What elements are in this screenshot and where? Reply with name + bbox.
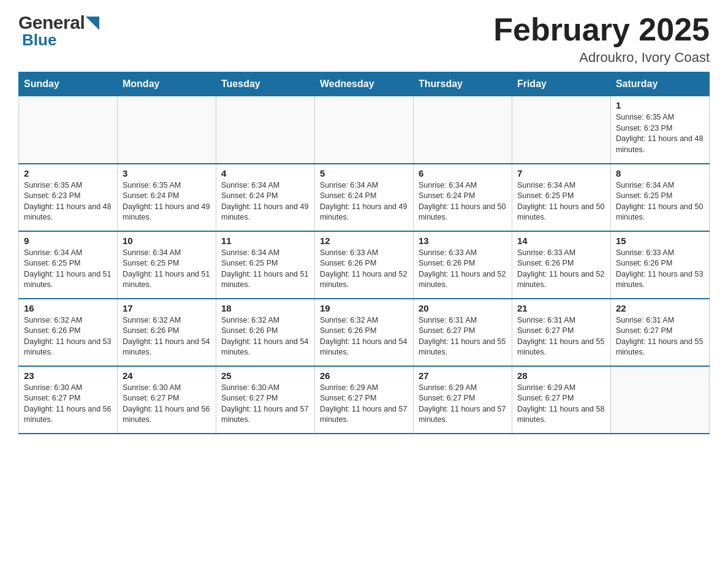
day-info: Sunrise: 6:33 AMSunset: 6:26 PMDaylight:… (320, 248, 408, 291)
week-row-3: 9Sunrise: 6:34 AMSunset: 6:25 PMDaylight… (19, 231, 710, 299)
day-number: 23 (24, 370, 112, 381)
calendar-cell (314, 96, 413, 164)
calendar-cell: 6Sunrise: 6:34 AMSunset: 6:24 PMDaylight… (413, 164, 512, 231)
calendar-cell (117, 96, 216, 164)
day-number: 22 (616, 303, 704, 313)
weekday-friday: Friday (512, 72, 610, 96)
day-info: Sunrise: 6:33 AMSunset: 6:26 PMDaylight:… (616, 248, 704, 291)
calendar-cell: 19Sunrise: 6:32 AMSunset: 6:26 PMDayligh… (314, 299, 413, 366)
day-number: 11 (221, 236, 309, 246)
weekday-monday: Monday (117, 72, 216, 96)
day-number: 8 (616, 168, 704, 178)
day-info: Sunrise: 6:32 AMSunset: 6:26 PMDaylight:… (24, 315, 112, 358)
day-number: 9 (24, 236, 112, 246)
day-number: 6 (419, 168, 507, 178)
calendar-cell: 8Sunrise: 6:34 AMSunset: 6:25 PMDaylight… (610, 164, 709, 231)
day-info: Sunrise: 6:32 AMSunset: 6:26 PMDaylight:… (123, 315, 211, 358)
day-info: Sunrise: 6:35 AMSunset: 6:23 PMDaylight:… (616, 112, 704, 155)
calendar-subtitle: Adroukro, Ivory Coast (493, 50, 710, 66)
calendar-title-area: February 2025 Adroukro, Ivory Coast (493, 12, 710, 66)
day-number: 15 (616, 236, 704, 246)
calendar-table: SundayMondayTuesdayWednesdayThursdayFrid… (18, 72, 710, 434)
day-info: Sunrise: 6:33 AMSunset: 6:26 PMDaylight:… (419, 248, 507, 291)
calendar-cell: 17Sunrise: 6:32 AMSunset: 6:26 PMDayligh… (117, 299, 216, 366)
day-number: 7 (517, 168, 605, 178)
day-info: Sunrise: 6:34 AMSunset: 6:25 PMDaylight:… (517, 180, 605, 223)
day-info: Sunrise: 6:32 AMSunset: 6:26 PMDaylight:… (221, 315, 309, 358)
calendar-cell: 18Sunrise: 6:32 AMSunset: 6:26 PMDayligh… (216, 299, 314, 366)
calendar-cell: 4Sunrise: 6:34 AMSunset: 6:24 PMDaylight… (216, 164, 314, 231)
day-info: Sunrise: 6:34 AMSunset: 6:25 PMDaylight:… (123, 248, 211, 291)
day-number: 16 (24, 303, 112, 313)
calendar-cell: 20Sunrise: 6:31 AMSunset: 6:27 PMDayligh… (413, 299, 512, 366)
calendar-cell: 23Sunrise: 6:30 AMSunset: 6:27 PMDayligh… (19, 366, 118, 434)
day-number: 10 (123, 236, 211, 246)
day-number: 5 (320, 168, 408, 178)
week-row-2: 2Sunrise: 6:35 AMSunset: 6:23 PMDaylight… (19, 164, 710, 231)
calendar-cell: 27Sunrise: 6:29 AMSunset: 6:27 PMDayligh… (413, 366, 512, 434)
day-number: 28 (517, 370, 605, 381)
day-info: Sunrise: 6:29 AMSunset: 6:27 PMDaylight:… (320, 383, 408, 426)
logo-triangle-icon (86, 17, 99, 30)
calendar-cell (512, 96, 610, 164)
weekday-tuesday: Tuesday (216, 72, 314, 96)
calendar-cell: 24Sunrise: 6:30 AMSunset: 6:27 PMDayligh… (117, 366, 216, 434)
calendar-cell (413, 96, 512, 164)
calendar-cell: 11Sunrise: 6:34 AMSunset: 6:25 PMDayligh… (216, 231, 314, 299)
day-number: 13 (419, 236, 507, 246)
day-info: Sunrise: 6:34 AMSunset: 6:24 PMDaylight:… (320, 180, 408, 223)
calendar-cell: 12Sunrise: 6:33 AMSunset: 6:26 PMDayligh… (314, 231, 413, 299)
calendar-cell (216, 96, 314, 164)
day-number: 26 (320, 370, 408, 381)
weekday-sunday: Sunday (19, 72, 118, 96)
calendar-cell: 28Sunrise: 6:29 AMSunset: 6:27 PMDayligh… (512, 366, 610, 434)
day-info: Sunrise: 6:34 AMSunset: 6:25 PMDaylight:… (616, 180, 704, 223)
day-number: 4 (221, 168, 309, 178)
calendar-title: February 2025 (493, 12, 710, 47)
day-info: Sunrise: 6:31 AMSunset: 6:27 PMDaylight:… (517, 315, 605, 358)
weekday-wednesday: Wednesday (314, 72, 413, 96)
day-number: 12 (320, 236, 408, 246)
day-number: 21 (517, 303, 605, 313)
day-number: 20 (419, 303, 507, 313)
logo-blue-text: Blue (22, 31, 56, 50)
week-row-5: 23Sunrise: 6:30 AMSunset: 6:27 PMDayligh… (19, 366, 710, 434)
weekday-header-row: SundayMondayTuesdayWednesdayThursdayFrid… (19, 72, 710, 96)
day-info: Sunrise: 6:34 AMSunset: 6:24 PMDaylight:… (221, 180, 309, 223)
day-info: Sunrise: 6:32 AMSunset: 6:26 PMDaylight:… (320, 315, 408, 358)
day-number: 2 (24, 168, 112, 178)
day-info: Sunrise: 6:34 AMSunset: 6:25 PMDaylight:… (221, 248, 309, 291)
calendar-cell (610, 366, 709, 434)
svg-marker-0 (86, 17, 99, 30)
day-info: Sunrise: 6:31 AMSunset: 6:27 PMDaylight:… (419, 315, 507, 358)
day-number: 17 (123, 303, 211, 313)
calendar-cell: 13Sunrise: 6:33 AMSunset: 6:26 PMDayligh… (413, 231, 512, 299)
calendar-cell: 14Sunrise: 6:33 AMSunset: 6:26 PMDayligh… (512, 231, 610, 299)
week-row-1: 1Sunrise: 6:35 AMSunset: 6:23 PMDaylight… (19, 96, 710, 164)
calendar-header: SundayMondayTuesdayWednesdayThursdayFrid… (19, 72, 710, 96)
day-number: 27 (419, 370, 507, 381)
day-info: Sunrise: 6:30 AMSunset: 6:27 PMDaylight:… (24, 383, 112, 426)
calendar-cell: 3Sunrise: 6:35 AMSunset: 6:24 PMDaylight… (117, 164, 216, 231)
day-number: 3 (123, 168, 211, 178)
day-number: 25 (221, 370, 309, 381)
calendar-cell: 7Sunrise: 6:34 AMSunset: 6:25 PMDaylight… (512, 164, 610, 231)
calendar-cell: 16Sunrise: 6:32 AMSunset: 6:26 PMDayligh… (19, 299, 118, 366)
day-number: 1 (616, 100, 704, 110)
calendar-cell: 1Sunrise: 6:35 AMSunset: 6:23 PMDaylight… (610, 96, 709, 164)
weekday-thursday: Thursday (413, 72, 512, 96)
day-info: Sunrise: 6:33 AMSunset: 6:26 PMDaylight:… (517, 248, 605, 291)
day-info: Sunrise: 6:29 AMSunset: 6:27 PMDaylight:… (419, 383, 507, 426)
calendar-cell: 26Sunrise: 6:29 AMSunset: 6:27 PMDayligh… (314, 366, 413, 434)
week-row-4: 16Sunrise: 6:32 AMSunset: 6:26 PMDayligh… (19, 299, 710, 366)
day-info: Sunrise: 6:30 AMSunset: 6:27 PMDaylight:… (221, 383, 309, 426)
day-number: 19 (320, 303, 408, 313)
calendar-cell: 9Sunrise: 6:34 AMSunset: 6:25 PMDaylight… (19, 231, 118, 299)
logo-general-text: General (18, 12, 85, 33)
day-info: Sunrise: 6:30 AMSunset: 6:27 PMDaylight:… (123, 383, 211, 426)
weekday-saturday: Saturday (610, 72, 709, 96)
calendar-body: 1Sunrise: 6:35 AMSunset: 6:23 PMDaylight… (19, 96, 710, 434)
calendar-cell: 22Sunrise: 6:31 AMSunset: 6:27 PMDayligh… (610, 299, 709, 366)
calendar-cell: 10Sunrise: 6:34 AMSunset: 6:25 PMDayligh… (117, 231, 216, 299)
calendar-cell: 25Sunrise: 6:30 AMSunset: 6:27 PMDayligh… (216, 366, 314, 434)
